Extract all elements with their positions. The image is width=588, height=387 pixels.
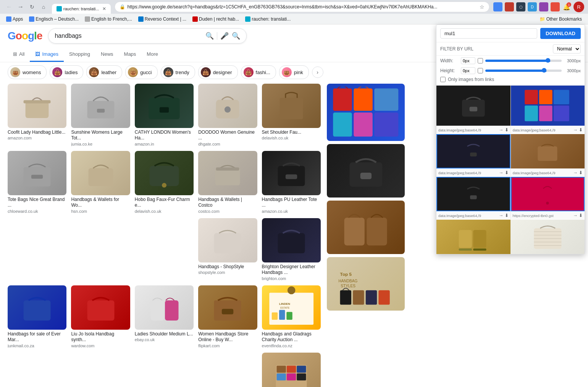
sidebar-image-dark-bag[interactable] xyxy=(327,144,405,198)
extension-button-2[interactable] xyxy=(505,2,514,11)
image-card-groupon[interactable]: Women's Handbags Deals & Coupons ... gro… xyxy=(262,353,321,387)
nav-forward-button[interactable]: → xyxy=(15,2,26,12)
image-card-5[interactable]: Set Shoulder Fau... delavish.co.uk xyxy=(262,84,321,146)
image-card-14[interactable]: Women Handbags Store Online - Buy W... f… xyxy=(198,285,257,348)
image-card-15[interactable]: LINDEN ESTATE Handbags and Gladrags Char… xyxy=(262,285,321,348)
overlay-img-black-selected[interactable] xyxy=(436,134,510,168)
overlay-img-colorful-bags[interactable] xyxy=(511,86,585,126)
filter-chip-gucci[interactable]: 👜 gucci xyxy=(125,65,157,79)
arrow-icon-6[interactable]: → xyxy=(573,213,578,218)
overlay-img-brown-bag[interactable] xyxy=(511,134,585,168)
extension-button-5[interactable] xyxy=(539,2,548,11)
lens-icon[interactable]: 🔍 xyxy=(205,32,214,40)
image-card-9[interactable]: Handbags & Wallets | Costco costco.com xyxy=(198,151,257,214)
search-submit-icon[interactable]: 🔍 xyxy=(232,32,240,40)
star-icon[interactable]: ☆ xyxy=(480,4,485,10)
arrow-icon-1[interactable]: → xyxy=(499,127,504,133)
image-card-3[interactable]: CATHY LONDON Women's Ha... amazon.in xyxy=(135,84,194,146)
image-card-2[interactable]: Sunshine Womens Large Tot... jumia.co.ke xyxy=(71,84,130,146)
height-slider[interactable] xyxy=(485,70,562,72)
bookmark-item-5[interactable]: rauchen: translati... xyxy=(243,16,293,23)
filter-chip-fashion[interactable]: 👜 fashi... xyxy=(241,65,276,79)
bookmark-apps[interactable]: Apps xyxy=(4,16,25,23)
extension-button-1[interactable] xyxy=(493,2,502,11)
image-card-brighton[interactable]: Brighton Designer Leather Handbags ... b… xyxy=(262,218,321,281)
width-slider[interactable] xyxy=(485,60,562,62)
download-icon-2[interactable]: ⬇ xyxy=(579,127,583,133)
bookmark-item-4[interactable]: Duden | recht hab... xyxy=(190,16,241,23)
overlay-download-button[interactable]: DOWNLOAD xyxy=(540,28,581,39)
image-card-4[interactable]: DOODOO Women Genuine ... dhgate.com xyxy=(198,84,257,146)
bookmark-item-3[interactable]: Reverso Context | ... xyxy=(136,16,189,23)
arrow-icon-2[interactable]: → xyxy=(573,127,578,133)
address-bar[interactable]: 🔒 ☆ xyxy=(115,2,489,12)
image-card-6[interactable]: Tote Bags Nice Great Brand ... chloeward… xyxy=(8,151,66,214)
extension-button-4[interactable]: D xyxy=(528,2,537,11)
extension-button-6[interactable] xyxy=(551,2,560,11)
image-card-shopstyle[interactable]: Handbags - ShopStyle shopstyle.com xyxy=(198,218,257,281)
normal-select[interactable]: Normal Large Icon xyxy=(553,44,581,53)
mic-icon[interactable]: 🎤 xyxy=(220,32,229,40)
filter-chip-pink[interactable]: 👜 pink xyxy=(279,65,309,79)
nav-tab-images[interactable]: 🖼 Images xyxy=(30,47,64,62)
nav-tab-news[interactable]: News xyxy=(95,47,119,62)
download-icon-4[interactable]: ⬇ xyxy=(579,170,583,175)
overlay-img-red-bag-selected[interactable] xyxy=(511,177,585,211)
filter-chip-leather[interactable]: 👜 leather xyxy=(86,65,122,79)
filter-chip-ladies[interactable]: 👜 ladies xyxy=(50,65,83,79)
download-icon-6[interactable]: ⬇ xyxy=(579,213,583,218)
filter-chip-designer[interactable]: 👜 designer xyxy=(198,65,238,79)
arrow-icon-4[interactable]: → xyxy=(573,170,578,175)
other-bookmarks[interactable]: 📁 Other Bookmarks xyxy=(537,16,584,23)
sidebar-image-women-handbags[interactable]: Top 5 HANDBAG STYLES xyxy=(327,257,405,311)
download-icon-3[interactable]: ⬇ xyxy=(505,170,509,175)
image-card-12[interactable]: Liu Jo Isola Handbag synth... wardow.com xyxy=(71,285,130,348)
nav-tab-more[interactable]: More xyxy=(141,47,163,62)
search-box[interactable]: 🔍 🎤 🔍 xyxy=(48,28,247,44)
nav-refresh-button[interactable]: ↻ xyxy=(27,2,37,12)
notification-button[interactable]: 🔔 1 xyxy=(562,2,571,11)
extension-button-3[interactable]: ⬡ xyxy=(516,2,525,11)
google-logo[interactable]: Google xyxy=(8,30,42,42)
overlay-img-black-bag[interactable] xyxy=(436,86,510,126)
image-card-11[interactable]: Handbags for sale of Ever Mar... junkmai… xyxy=(8,285,66,348)
width-min-input[interactable] xyxy=(461,57,475,64)
image-card-8[interactable]: Hobo Bag Faux-Fur Charm e... delavish.co… xyxy=(135,151,194,214)
only-from-links-checkbox[interactable] xyxy=(440,77,446,82)
arrow-icon-5[interactable]: → xyxy=(499,213,504,218)
overlay-img-dark-tote-selected[interactable] xyxy=(436,177,510,211)
arrow-icon-3[interactable]: → xyxy=(499,170,504,175)
height-min-input[interactable] xyxy=(461,67,475,74)
download-icon-5[interactable]: ⬇ xyxy=(505,213,509,218)
overlay-img-woven-bags[interactable] xyxy=(511,220,585,254)
bookmark-item-2[interactable]: English to French,... xyxy=(82,16,134,23)
bookmark-favicon xyxy=(6,16,11,22)
image-card-7[interactable]: Handbags & Wallets for Wo... hsn.com xyxy=(71,151,130,214)
width-checkbox[interactable] xyxy=(478,58,483,63)
tab-close-icon[interactable]: ✕ xyxy=(102,6,106,11)
search-input[interactable] xyxy=(55,32,202,39)
chips-next-arrow[interactable]: › xyxy=(312,66,323,78)
svg-rect-10 xyxy=(31,175,43,179)
filter-chip-trendy[interactable]: 👜 trendy xyxy=(161,65,195,79)
nav-home-button[interactable]: ⌂ xyxy=(38,2,49,12)
sidebar-image-brown-bags[interactable] xyxy=(327,201,405,254)
download-icon-1[interactable]: ⬇ xyxy=(505,127,509,133)
svg-rect-31 xyxy=(279,310,285,320)
image-card-13[interactable]: Ladies Shoulder Medium L... ebay.co.uk xyxy=(135,285,194,348)
bookmark-item-1[interactable]: Englisch – Deutsch... xyxy=(27,16,81,23)
sidebar-image-multicolor[interactable] xyxy=(327,84,405,141)
user-avatar[interactable]: R xyxy=(573,2,584,12)
url-input[interactable] xyxy=(128,4,477,10)
image-card-10[interactable]: Handbags PU Leather Tote ... amazon.co.u… xyxy=(262,151,321,214)
height-checkbox[interactable] xyxy=(478,68,483,73)
image-card-1[interactable]: Coofit Lady Handbag Little... amazon.com xyxy=(8,84,66,146)
filter-chip-womens[interactable]: 👜 womens xyxy=(8,65,47,79)
overlay-search-input[interactable] xyxy=(440,28,537,39)
nav-tab-maps[interactable]: Maps xyxy=(119,47,142,62)
nav-tab-all[interactable]: ⊞ All xyxy=(8,47,30,62)
nav-tab-shopping[interactable]: Shopping xyxy=(64,47,95,62)
nav-back-button[interactable]: ← xyxy=(4,2,15,12)
overlay-img-tan-bags[interactable] xyxy=(436,220,510,254)
browser-tab-active[interactable]: rauchen: translati... ✕ xyxy=(52,4,111,14)
